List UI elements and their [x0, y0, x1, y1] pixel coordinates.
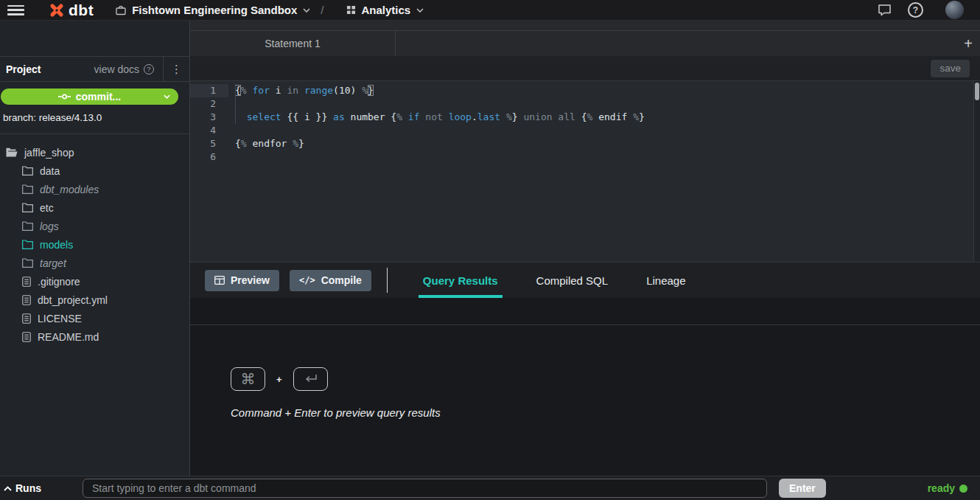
code-line[interactable]: 3 select {{ i }} as number {% if not loo… [190, 111, 980, 124]
folder-icon [22, 258, 33, 268]
toolbar-divider [387, 268, 388, 293]
editor-tab-row: Statement 1 + [190, 30, 980, 56]
status-indicator: ready [928, 482, 967, 494]
folder-icon [22, 240, 33, 249]
file-icon [22, 313, 31, 324]
help-icon[interactable]: ? [908, 2, 923, 18]
tab-compiled-sql[interactable]: Compiled SQL [532, 263, 613, 298]
preview-hint-text: Command + Enter to preview query results [231, 406, 980, 419]
line-number: 5 [190, 137, 228, 150]
tree-item-logs[interactable]: logs [0, 217, 189, 235]
code-line-text [228, 97, 235, 111]
folder-open-icon [6, 147, 18, 157]
tree-item-dbt_modules[interactable]: dbt_modules [0, 180, 189, 198]
tree-item-models[interactable]: models [0, 235, 189, 254]
avatar[interactable] [945, 1, 964, 19]
content: Statement 1 + save 1{% for i in range(10… [190, 21, 980, 476]
code-line[interactable]: 1{% for i in range(10) %} [190, 84, 980, 97]
tree-item-dbt_project.yml[interactable]: dbt_project.yml [0, 291, 189, 309]
file-icon [22, 277, 31, 287]
runs-label: Runs [15, 482, 41, 494]
project-selector[interactable]: Fishtown Engineering Sandbox [116, 4, 310, 16]
indent-guide [235, 86, 236, 124]
file-tree: jaffle_shopdatadbt_modulesetclogsmodelst… [0, 134, 189, 476]
question-circle-icon: ? [144, 64, 154, 74]
tree-item-target[interactable]: target [0, 254, 189, 272]
enter-key-icon [293, 367, 328, 391]
grid-icon [346, 5, 356, 15]
code-line[interactable]: 6 [190, 150, 980, 164]
main-row: Project view docs ? ⋮ commit... [0, 21, 980, 476]
top-bar: dbt Fishtown Engineering Sandbox / Analy… [0, 0, 980, 21]
chevron-down-icon [303, 8, 310, 13]
plus-separator: + [276, 374, 282, 385]
tree-item-label: jaffle_shop [24, 147, 74, 159]
results-panel: ⌘ + Command + Enter to preview query res… [190, 298, 980, 476]
code-line[interactable]: 2 [190, 97, 980, 111]
tree-item-label: README.md [38, 331, 99, 343]
briefcase-icon [116, 5, 126, 15]
line-number: 2 [190, 97, 228, 111]
code-line[interactable]: 4 [190, 124, 980, 137]
breadcrumb-separator: / [321, 4, 323, 16]
tree-item-label: dbt_project.yml [38, 294, 108, 306]
code-icon: </> [299, 275, 315, 285]
chat-icon[interactable] [878, 4, 892, 16]
line-number: 6 [190, 150, 228, 164]
folder-icon [22, 166, 33, 176]
save-button[interactable]: save [931, 60, 970, 77]
commit-row: commit... [0, 82, 189, 105]
tree-item-.gitignore[interactable]: .gitignore [0, 272, 189, 291]
kebab-menu-icon[interactable]: ⋮ [164, 63, 189, 76]
dbt-logo[interactable]: dbt [48, 1, 94, 19]
view-docs-link[interactable]: view docs ? [94, 63, 154, 75]
code-editor[interactable]: 1{% for i in range(10) %}23 select {{ i … [190, 81, 980, 262]
tree-item-README.md[interactable]: README.md [0, 327, 189, 346]
tab-lineage[interactable]: Lineage [642, 263, 690, 298]
git-commit-icon [58, 93, 71, 100]
tree-item-label: data [40, 165, 60, 177]
tree-item-jaffle_shop[interactable]: jaffle_shop [0, 143, 189, 162]
results-subheader [190, 298, 980, 325]
tree-item-label: logs [40, 221, 59, 232]
preview-hint: ⌘ + Command + Enter to preview query res… [231, 367, 980, 419]
command-bar: Runs Enter ready [0, 476, 980, 500]
tree-item-etc[interactable]: etc [0, 198, 189, 217]
dbt-command-input[interactable] [83, 479, 767, 498]
chevron-down-icon [416, 8, 424, 13]
tree-item-label: models [40, 239, 73, 251]
results-tabs: Query ResultsCompiled SQLLineage [419, 263, 690, 298]
compile-button[interactable]: </> Compile [290, 270, 371, 291]
tree-item-LICENSE[interactable]: LICENSE [0, 309, 189, 327]
table-icon [214, 276, 225, 285]
tree-item-data[interactable]: data [0, 162, 189, 180]
code-line-text [228, 124, 235, 137]
tab-query-results[interactable]: Query Results [419, 263, 503, 298]
preview-button[interactable]: Preview [205, 270, 279, 291]
folder-icon [22, 184, 33, 194]
tree-item-label: .gitignore [38, 276, 80, 288]
menu-icon[interactable] [7, 5, 24, 15]
commit-button-label: commit... [76, 91, 121, 103]
project-panel-title: Project [6, 63, 41, 75]
editor-scrollbar [973, 81, 980, 262]
enter-button[interactable]: Enter [779, 479, 826, 498]
status-dot [959, 485, 967, 493]
runs-toggle[interactable]: Runs [4, 482, 41, 494]
new-tab-button[interactable]: + [956, 35, 980, 52]
editor-scrollbar-thumb[interactable] [975, 83, 979, 100]
compile-button-label: Compile [321, 274, 362, 286]
tree-item-label: etc [40, 202, 54, 214]
folder-icon [22, 203, 33, 212]
workspace-selector[interactable]: Analytics [346, 4, 424, 16]
line-number: 1 [190, 84, 228, 97]
code-line[interactable]: 5{% endfor %} [190, 137, 980, 150]
status-label: ready [928, 482, 955, 494]
editor-tab-statement-1[interactable]: Statement 1 [190, 31, 396, 56]
dbt-logo-text: dbt [69, 1, 94, 19]
commit-button[interactable]: commit... [1, 88, 178, 105]
folder-icon [22, 221, 33, 231]
editor-tab-strip: Statement 1 + [190, 21, 980, 56]
command-key-icon: ⌘ [231, 367, 265, 391]
tree-item-label: target [40, 257, 66, 269]
